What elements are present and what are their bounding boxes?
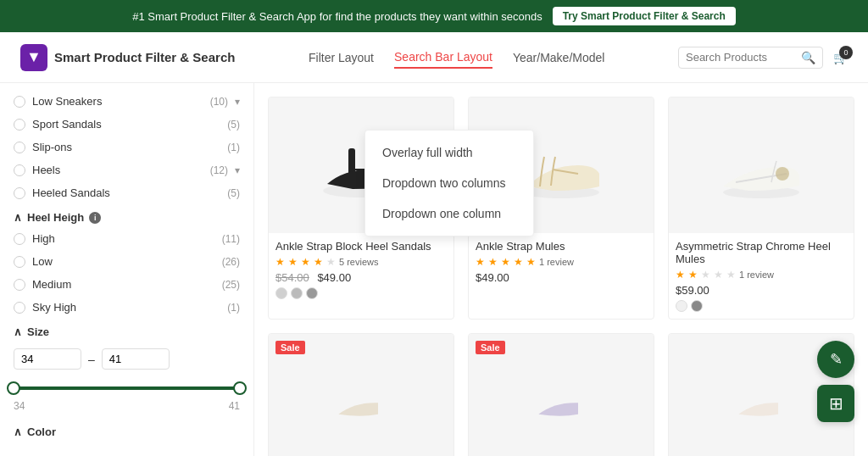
price-current-3: $59.00 xyxy=(676,284,709,297)
shoe-svg-5 xyxy=(527,368,595,436)
fab-chart-button[interactable]: ⊞ xyxy=(817,385,854,422)
star-1-2: ★ xyxy=(288,256,298,268)
fab-edit-button[interactable]: ✎ xyxy=(817,341,854,378)
sidebar-item-sport-sandals[interactable]: Sport Sandals (5) xyxy=(0,113,253,136)
product-info-3: Asymmetric Strap Chrome Heel Mules ★ ★ ★… xyxy=(669,233,854,319)
chevron-down-icon[interactable]: ▾ xyxy=(235,96,240,108)
star-3-4: ★ xyxy=(714,269,723,281)
search-icon[interactable]: 🔍 xyxy=(801,51,815,64)
range-fill xyxy=(14,386,240,390)
color-dot-1-3[interactable] xyxy=(306,287,318,299)
heel-medium[interactable]: Medium (25) xyxy=(0,273,253,296)
logo-text: Smart Product Filter & Search xyxy=(54,50,235,64)
color-dot-1-2[interactable] xyxy=(291,287,303,299)
top-banner: #1 Smart Product Filter & Search App for… xyxy=(0,0,868,32)
price-2: $49.00 xyxy=(476,271,647,284)
banner-cta-button[interactable]: Try Smart Product Filter & Search xyxy=(553,7,736,25)
star-2-2: ★ xyxy=(488,256,498,268)
radio-sky-high[interactable] xyxy=(14,302,25,314)
label-medium: Medium xyxy=(32,278,215,291)
heel-high[interactable]: High (11) xyxy=(0,227,253,250)
sidebar: Low Sneakers (10) ▾ Sport Sandals (5) Sl… xyxy=(0,83,254,456)
review-count-2: 1 review xyxy=(539,257,574,267)
nav-year-make-model[interactable]: Year/Make/Model xyxy=(513,47,604,68)
sidebar-count-heeled-sandals: (5) xyxy=(227,187,240,199)
color-collapse-icon[interactable]: ∧ xyxy=(14,425,22,438)
sidebar-count-sport-sandals: (5) xyxy=(227,119,240,131)
star-1-4: ★ xyxy=(314,256,323,268)
sidebar-label-sport-sandals: Sport Sandals xyxy=(32,118,220,131)
sale-badge-5: Sale xyxy=(476,341,505,354)
heel-low[interactable]: Low (26) xyxy=(0,250,253,273)
product-info-2: Ankle Strap Mules ★ ★ ★ ★ ★ 1 review $49… xyxy=(469,233,654,291)
star-2-5: ★ xyxy=(526,256,536,268)
search-input[interactable] xyxy=(686,51,796,64)
radio-slip-ons[interactable] xyxy=(14,142,25,153)
star-2-3: ★ xyxy=(501,256,510,268)
radio-heels[interactable] xyxy=(14,164,25,176)
color-dot-3-1[interactable] xyxy=(676,300,687,312)
size-max-input[interactable] xyxy=(102,348,170,370)
collapse-icon[interactable]: ∧ xyxy=(14,211,22,224)
radio-high[interactable] xyxy=(14,233,25,245)
review-count-3: 1 review xyxy=(739,270,774,280)
sidebar-label-low-sneakers: Low Sneakers xyxy=(32,95,203,108)
sidebar-count-slip-ons: (1) xyxy=(227,142,240,153)
color-dot-1-1[interactable] xyxy=(275,287,287,299)
heel-sky-high[interactable]: Sky High (1) xyxy=(0,296,253,319)
sidebar-item-low-sneakers[interactable]: Low Sneakers (10) ▾ xyxy=(0,90,253,113)
size-section: ∧ Size xyxy=(0,319,253,342)
product-grid: Ankle Strap Block Heel Sandals ★ ★ ★ ★ ★… xyxy=(268,97,854,456)
label-sky-high: Sky High xyxy=(32,301,220,314)
range-thumb-max[interactable] xyxy=(233,381,247,395)
count-low: (26) xyxy=(222,256,240,268)
size-inputs: – xyxy=(14,348,240,370)
search-box[interactable]: 🔍 xyxy=(678,47,823,69)
size-min-input[interactable] xyxy=(14,348,81,370)
radio-low[interactable] xyxy=(14,256,25,268)
count-sky-high: (1) xyxy=(227,302,240,314)
dropdown-menu: Overlay full width Dropdown two columns … xyxy=(364,130,534,236)
range-slider[interactable] xyxy=(14,380,240,397)
price-current-2: $49.00 xyxy=(476,271,509,284)
product-card-3[interactable]: Asymmetric Strap Chrome Heel Mules ★ ★ ★… xyxy=(668,97,854,320)
stars-3: ★ ★ ★ ★ ★ 1 review xyxy=(676,269,847,281)
radio-low-sneakers[interactable] xyxy=(14,96,25,108)
radio-sport-sandals[interactable] xyxy=(14,119,25,131)
star-2-1: ★ xyxy=(476,256,485,268)
radio-medium[interactable] xyxy=(14,279,25,291)
cart-button[interactable]: 🛒 0 xyxy=(833,51,848,64)
nav-filter-layout[interactable]: Filter Layout xyxy=(309,47,374,68)
nav-search-bar-layout[interactable]: Search Bar Layout xyxy=(394,47,492,69)
sidebar-count-low-sneakers: (10) xyxy=(210,96,228,108)
chevron-down-icon-heels[interactable]: ▾ xyxy=(235,164,240,176)
product-info-1: Ankle Strap Block Heel Sandals ★ ★ ★ ★ ★… xyxy=(269,233,453,306)
size-collapse-icon[interactable]: ∧ xyxy=(14,325,22,338)
sale-badge-4: Sale xyxy=(275,341,305,354)
product-image-4: Sale xyxy=(269,334,453,456)
star-1-1: ★ xyxy=(275,256,285,268)
color-title: Color xyxy=(27,425,56,438)
star-3-2: ★ xyxy=(688,269,698,281)
color-dot-3-2[interactable] xyxy=(691,300,703,312)
sidebar-item-heeled-sandals[interactable]: Heeled Sandals (5) xyxy=(0,181,253,204)
product-card-5[interactable]: Sale xyxy=(468,333,654,456)
star-3-1: ★ xyxy=(676,269,685,281)
radio-heeled-sandals[interactable] xyxy=(14,187,25,199)
heel-height-section: ∧ Heel Heigh i xyxy=(0,204,253,227)
color-dots-3 xyxy=(676,300,847,312)
dropdown-item-two-columns[interactable]: Dropdown two columns xyxy=(365,168,533,198)
dropdown-item-one-column[interactable]: Dropdown one column xyxy=(365,198,533,229)
sidebar-item-slip-ons[interactable]: Slip-ons (1) xyxy=(0,136,253,158)
heel-height-title: Heel Heigh xyxy=(27,211,84,224)
product-card-4[interactable]: Sale xyxy=(268,333,454,456)
main-nav: Filter Layout Search Bar Layout Year/Mak… xyxy=(309,47,604,69)
range-track xyxy=(14,386,240,390)
range-thumb-min[interactable] xyxy=(7,381,20,395)
info-icon[interactable]: i xyxy=(89,212,101,224)
logo: ▼ Smart Product Filter & Search xyxy=(20,44,235,71)
sidebar-item-heels[interactable]: Heels (12) ▾ xyxy=(0,158,253,181)
product-image-5: Sale xyxy=(469,334,654,456)
dropdown-item-overlay[interactable]: Overlay full width xyxy=(365,137,533,168)
star-1-3: ★ xyxy=(301,256,310,268)
